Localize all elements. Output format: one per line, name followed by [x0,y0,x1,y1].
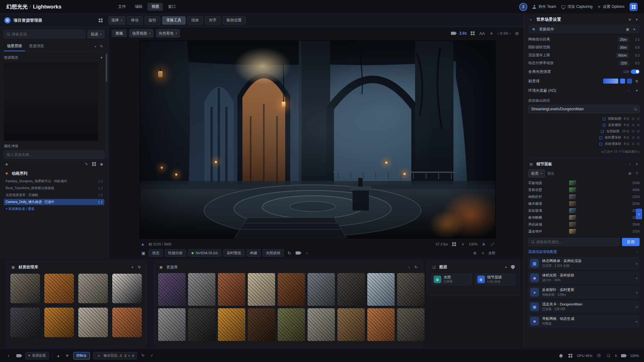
component-item-4[interactable]: ■导航网格 · 动态生成待重建▸ [528,315,640,327]
material-swatch-blue[interactable] [620,79,625,84]
grid-toggle-icon[interactable] [469,30,476,37]
timecode[interactable]: ‹ 0:00 › [497,31,511,35]
refresh-icon[interactable]: ↻ [136,264,142,270]
panel-toggle-icon[interactable] [97,17,104,24]
asset-tile-11[interactable] [218,308,245,341]
asset-tile-4[interactable] [278,273,305,306]
asset-tile-15[interactable] [337,308,365,341]
component-item-1[interactable]: ◆体积光照 · 采样烘焙进行中 · 45%▸ [528,272,640,284]
select-mode-dropdown[interactable]: 选择 ▾ [108,16,125,25]
view-mode-dropdown[interactable]: 场景视图 ▾ [129,29,153,37]
flag-option-icon[interactable] [632,136,635,139]
collapse-icon[interactable]: ▾ [634,17,640,22]
sidebar-scrollbar[interactable] [106,53,107,157]
tab-asset-browser[interactable]: 资源浏览 [26,41,47,51]
property-value[interactable]: 35m [618,45,629,50]
shading-dropdown[interactable]: 光照着色 ▾ [156,29,180,37]
asset-tile-7[interactable] [367,273,395,306]
tool-button-2[interactable]: 变换工具 [162,16,186,25]
property-row-0[interactable]: 网格细分距离25m2:1 [528,36,640,43]
camera-icon[interactable] [295,250,302,256]
material-row-5[interactable]: 麻布帷幔1024 [528,214,640,221]
list-view-icon[interactable]: ≡ [488,30,495,37]
topbar-action-1[interactable]: 渲染 Capturing [561,4,592,9]
audio-icon[interactable]: ♪ [5,352,12,359]
flag-option-icon[interactable] [632,124,635,126]
add-icon[interactable]: + [130,264,135,270]
camera-icon[interactable] [450,30,457,37]
help-icon[interactable]: ? [634,171,640,176]
transform-component-row[interactable]: ✥ 变换组件 ▣ ▾ [528,25,640,34]
apps-grid-icon[interactable] [630,3,638,11]
filter-dropdown[interactable]: 筛选 ▾ [88,30,104,38]
scroll-next-button[interactable]: › [636,209,642,219]
rows-view-icon[interactable]: ≡ [480,250,486,256]
edit-icon[interactable]: ✎ [84,161,89,167]
menu-icon[interactable]: ≡ [634,161,640,167]
menu-item-1[interactable]: 编辑 [131,3,146,11]
viewport-tool-1[interactable]: 性能分析 [165,249,186,257]
tool-button-4[interactable]: 对齐 [205,16,221,25]
material-row-7[interactable]: 鎏金饰件1024 [528,228,640,235]
component-item-0[interactable]: ▦静态网格体 · 实例化渲染已启用 · 1,024 实例▸ [528,257,640,270]
playhead-icon[interactable]: ▲ [140,241,146,247]
asset-tile-14[interactable] [308,308,335,341]
material-row-6[interactable]: 风化砖墙2048 [528,221,640,228]
asset-tile-13[interactable] [278,308,305,341]
property-row-2[interactable]: 流送缓存上限50cm0:3 [528,51,640,59]
animation-track-4[interactable]: + 添加新轨道 / 通道 [4,206,104,212]
flag-option-icon[interactable] [637,118,640,120]
sort-icon[interactable]: ↕ [406,264,412,270]
property-row-3[interactable]: 动态分辨率缩放2200:5 [528,59,640,67]
grid-view-icon[interactable] [91,161,97,167]
grid-icon[interactable] [568,353,573,359]
advanced-settings-link[interactable]: 高级渲染管线配置 ◌ [528,249,640,255]
component-item-2[interactable]: ●反射探针 · 实时更新每帧刷新 · 128px▸ [528,286,640,299]
flag-option-icon[interactable] [632,143,635,145]
tile-view-icon[interactable]: ⊞ [627,171,633,176]
link-icon[interactable]: ⧉ [634,78,640,84]
bake-flag-0[interactable]: 阴影贴图8 位 [528,116,640,122]
menu-item-3[interactable]: 窗口 [164,3,180,11]
material-gradient-swatch[interactable] [603,79,618,84]
shield-icon[interactable] [510,264,516,270]
bake-flag-4[interactable]: 后处理体积8 位 [528,141,640,147]
clock-icon[interactable] [596,353,602,359]
add-icon[interactable]: + [503,264,509,270]
fit-label[interactable]: 全部 [488,251,495,255]
animation-track-2[interactable]: 光照强度渐变 · 关键帧1 2 [4,192,104,198]
asset-tile-12[interactable] [248,308,275,341]
material-row-0[interactable]: 石板地面2048 [528,179,640,186]
sort-icon[interactable]: ↕ [627,161,633,167]
viewport-scene[interactable] [140,41,495,238]
tool-button-5[interactable]: 吸附设置 [223,16,246,25]
zoom-in-icon[interactable]: ⊕ [481,241,486,247]
refresh-icon[interactable]: ↻ [140,353,146,359]
flag-option-icon[interactable] [637,136,640,139]
texture-tile-7[interactable] [112,308,142,337]
panel-split-icon[interactable]: ⊟ [514,30,520,37]
asset-tile-5[interactable] [308,273,335,306]
asset-tile-6[interactable] [337,273,365,306]
texture-tile-5[interactable] [44,308,74,337]
topbar-action-2[interactable]: ✳设置 Options [597,4,625,9]
bake-path-input[interactable] [531,107,632,111]
texture-tile-6[interactable] [78,308,108,337]
asset-tile-3[interactable] [248,273,275,306]
flag-option-icon[interactable] [632,130,635,133]
tool-button-3[interactable]: 缩放 [187,16,203,25]
checkbox-icon[interactable] [599,136,602,139]
chevron-down-icon[interactable]: ▾ [634,88,640,93]
property-value[interactable]: 25m [618,37,629,42]
property-search-input[interactable] [536,240,617,244]
grid-icon[interactable] [451,241,457,247]
material-row-3[interactable]: 橡木横梁2048 [528,200,640,207]
property-value[interactable]: 50cm [616,53,629,58]
component-item-3[interactable]: ▣流送关卡 · DungeonMain已加载 · 128 MB▸ [528,300,640,313]
asset-search-input[interactable] [12,32,82,36]
viewport-tool-3[interactable]: 实时预览 [223,249,245,257]
bake-path-field[interactable] [528,105,640,113]
asset-tile-8[interactable] [397,273,425,306]
chevron-down-icon[interactable]: ▾ [631,26,637,32]
texture-tile-1[interactable] [44,274,74,303]
